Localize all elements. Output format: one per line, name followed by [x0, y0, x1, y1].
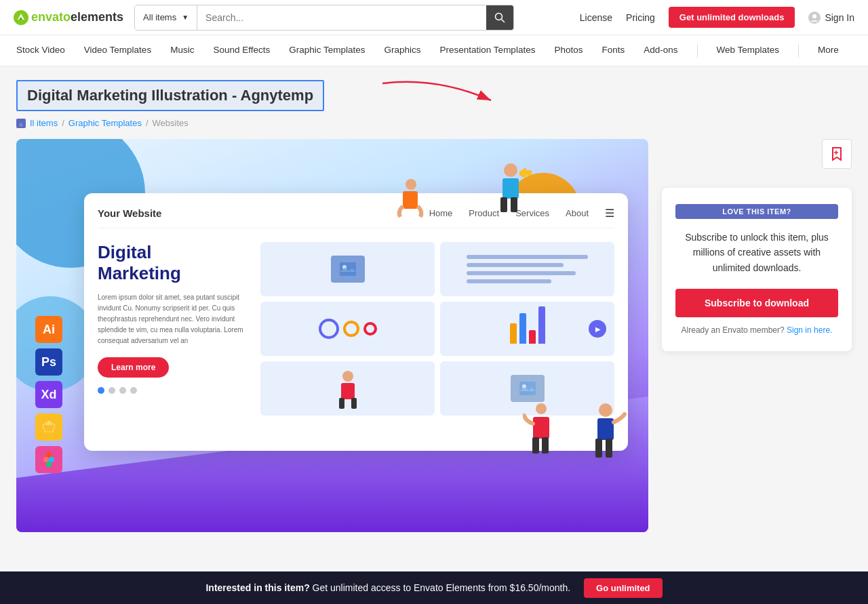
page-title-box: Digital Marketing Illustration - Agnytem… — [16, 80, 324, 111]
person-top-right — [489, 159, 533, 230]
breadcrumb-sep-2: / — [146, 118, 149, 128]
svg-rect-19 — [351, 398, 357, 409]
logo[interactable]: envatoelements — [14, 10, 123, 25]
svg-rect-33 — [606, 439, 612, 458]
laptop-left: Digital Marketing Lorem ipsum dolor sit … — [98, 242, 247, 416]
nav-item-music[interactable]: Music — [170, 35, 194, 66]
svg-point-4 — [812, 14, 816, 18]
dot-3[interactable] — [119, 387, 126, 394]
breadcrumb-subcategory: Websites — [153, 118, 189, 128]
nav-item-graphics[interactable]: Graphics — [384, 35, 421, 66]
dot-2[interactable] — [108, 387, 115, 394]
search-container: All items ▼ — [134, 5, 514, 31]
svg-line-2 — [502, 19, 505, 22]
account-icon — [808, 12, 821, 24]
heading-line2: Marketing — [98, 263, 181, 283]
card-list — [440, 242, 614, 296]
heading-line1: Digital — [98, 242, 151, 262]
sign-in-label: Sign In — [825, 12, 854, 23]
nav-bar: Stock Video Video Templates Music Sound … — [0, 35, 868, 66]
nav-item-stock-video[interactable]: Stock Video — [16, 35, 65, 66]
envato-logo-icon — [14, 10, 28, 25]
ps-label: Ps — [41, 355, 56, 369]
card-chart: ▶ — [440, 302, 614, 356]
tool-icons: Ai Ps Xd — [35, 316, 62, 473]
nav-item-more[interactable]: More — [818, 35, 839, 66]
all-items-dropdown[interactable]: All items ▼ — [135, 5, 197, 30]
hamburger-icon: ☰ — [605, 207, 614, 220]
svg-point-10 — [46, 452, 52, 458]
go-unlimited-button[interactable]: Go unlimited — [584, 578, 662, 598]
xd-label: Xd — [41, 388, 56, 402]
svg-point-28 — [406, 179, 416, 190]
banner-desc: Get unlimited access to Envato Elements … — [313, 582, 571, 593]
nav-item-sound-effects[interactable]: Sound Effects — [213, 35, 270, 66]
svg-point-16 — [342, 371, 353, 382]
nav-item-fonts[interactable]: Fonts — [601, 35, 625, 66]
svg-rect-14 — [340, 262, 356, 276]
bookmark-icon — [831, 146, 843, 161]
logo-text: envatoelements — [31, 10, 123, 24]
nav-divider-2 — [798, 44, 799, 58]
search-button[interactable] — [486, 5, 513, 30]
svg-rect-23 — [502, 178, 519, 199]
arrow-indicator — [382, 77, 505, 110]
svg-point-30 — [599, 403, 612, 417]
nav-item-presentation-templates[interactable]: Presentation Templates — [440, 35, 536, 66]
subscribe-button[interactable]: Subscribe to download — [675, 289, 838, 317]
nav-divider — [697, 44, 698, 58]
breadcrumb-sep-1: / — [62, 118, 64, 128]
laptop-nav-about: About — [566, 208, 589, 218]
dot-1[interactable] — [98, 387, 104, 394]
breadcrumb-category[interactable]: Graphic Templates — [68, 118, 142, 128]
svg-rect-31 — [597, 418, 614, 440]
svg-rect-29 — [403, 191, 418, 209]
sign-in-link[interactable]: Sign in here. — [787, 325, 832, 335]
carousel-dots — [98, 387, 247, 394]
breadcrumb: ⌂ Il items / Graphic Templates / Website… — [16, 118, 852, 128]
person-red-illustration — [523, 401, 560, 468]
breadcrumb-home[interactable]: Il items — [30, 118, 58, 128]
sign-in-button[interactable]: Sign In — [808, 12, 854, 24]
chevron-down-icon: ▼ — [182, 14, 189, 21]
learn-more-button[interactable]: Learn more — [98, 357, 169, 378]
license-link[interactable]: License — [580, 12, 612, 23]
nav-item-add-ons[interactable]: Add-ons — [644, 35, 677, 66]
pricing-link[interactable]: Pricing — [626, 12, 655, 23]
svg-point-34 — [536, 403, 547, 414]
card-person — [260, 361, 435, 416]
dot-4[interactable] — [130, 387, 137, 394]
svg-rect-36 — [532, 437, 539, 454]
ps-icon: Ps — [35, 348, 62, 376]
laptop-right: ▶ — [260, 242, 614, 416]
laptop-paragraph: Lorem ipsum dolor sit amet, sea putant s… — [98, 292, 247, 346]
svg-point-13 — [46, 462, 52, 467]
svg-rect-35 — [533, 417, 549, 439]
nav-item-graphic-templates[interactable]: Graphic Templates — [289, 35, 365, 66]
person-bottom-right — [584, 401, 628, 478]
card-circles — [260, 302, 435, 356]
svg-rect-25 — [511, 197, 517, 212]
svg-rect-20 — [519, 382, 536, 395]
figma-icon — [35, 446, 62, 473]
svg-rect-24 — [500, 197, 507, 212]
nav-item-photos[interactable]: Photos — [554, 35, 583, 66]
all-items-label: All items — [143, 12, 176, 22]
figma-logo-icon — [43, 452, 55, 467]
person-illustration — [331, 368, 365, 409]
svg-point-1 — [496, 13, 502, 20]
person-standing-illustration — [584, 401, 628, 475]
get-unlimited-button[interactable]: Get unlimited downloads — [669, 7, 795, 28]
home-icon: ⌂ — [16, 119, 26, 128]
svg-point-11 — [43, 457, 49, 462]
bookmark-button[interactable] — [822, 139, 852, 169]
search-input[interactable] — [197, 5, 486, 30]
bottom-banner: Interested in this item? Get unlimited a… — [0, 571, 868, 604]
svg-rect-27 — [526, 170, 532, 176]
title-area: Digital Marketing Illustration - Agnytem… — [16, 80, 852, 111]
nav-item-web-templates[interactable]: Web Templates — [717, 35, 780, 66]
header-nav: License Pricing Get unlimited downloads … — [580, 7, 854, 28]
svg-rect-17 — [341, 383, 355, 399]
nav-item-video-templates[interactable]: Video Templates — [84, 35, 151, 66]
main-content: Digital Marketing Illustration - Agnytem… — [0, 66, 868, 532]
